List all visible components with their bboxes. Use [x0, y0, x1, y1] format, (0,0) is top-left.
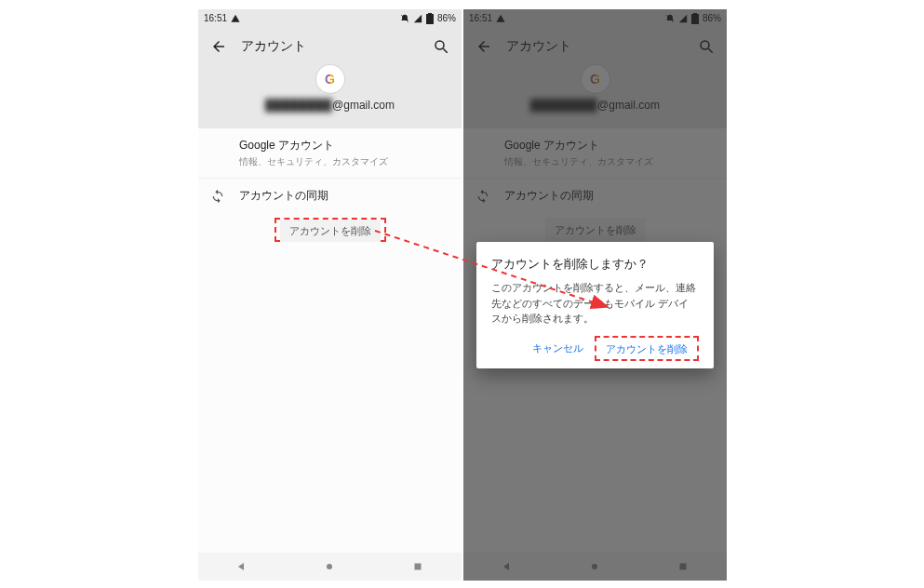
row-google-account[interactable]: Google アカウント 情報、セキュリティ、カスタマイズ: [198, 128, 462, 178]
warning-icon: [231, 14, 240, 23]
battery-icon: [426, 13, 434, 24]
callout-highlight: アカウントを削除: [275, 218, 386, 242]
sync-icon: [209, 188, 226, 205]
row-title: アカウントの同期: [239, 188, 447, 204]
phone-left: 16:51 86%: [198, 9, 462, 581]
row-title: Google アカウント: [239, 138, 447, 154]
status-right: 86%: [400, 13, 456, 24]
row-subtitle: 情報、セキュリティ、カスタマイズ: [239, 155, 447, 168]
account-email-user: ████████: [265, 99, 332, 112]
search-button[interactable]: [430, 35, 452, 58]
settings-list: Google アカウント 情報、セキュリティ、カスタマイズ アカウントの同期 ア…: [198, 128, 462, 553]
svg-rect-7: [414, 564, 421, 570]
svg-point-6: [327, 564, 332, 569]
svg-line-5: [443, 48, 448, 53]
row-account-sync[interactable]: アカウントの同期: [198, 179, 462, 213]
remove-account-row: アカウントを削除: [198, 218, 462, 242]
dialog-cancel-button[interactable]: キャンセル: [527, 336, 589, 361]
remove-account-button[interactable]: アカウントを削除: [280, 220, 381, 242]
google-g-icon: G: [325, 72, 335, 87]
svg-rect-2: [428, 13, 432, 15]
comparison-stage: 16:51 86%: [0, 0, 924, 588]
back-button[interactable]: [208, 35, 230, 58]
confirm-delete-dialog: アカウントを削除しますか？ このアカウントを削除すると、メール、連絡先などのすべ…: [476, 242, 714, 368]
google-logo: G: [316, 65, 344, 93]
nav-home[interactable]: [323, 560, 336, 573]
system-nav-bar: [198, 553, 462, 581]
dialog-title: アカウントを削除しますか？: [491, 257, 699, 273]
app-bar: アカウント: [198, 28, 462, 65]
callout-highlight: アカウントを削除: [595, 336, 699, 361]
header-area: アカウント G ████████@gmail.com: [198, 28, 462, 128]
status-time: 16:51: [204, 14, 227, 23]
battery-text: 86%: [437, 14, 456, 23]
nav-back[interactable]: [235, 560, 248, 573]
status-left: 16:51: [204, 14, 240, 23]
phone-right: 16:51 86%: [463, 9, 727, 581]
page-title: アカウント: [241, 38, 306, 55]
account-hero: G ████████@gmail.com: [198, 65, 462, 112]
account-email: ████████@gmail.com: [265, 99, 395, 112]
dialog-actions: キャンセル アカウントを削除: [491, 336, 699, 361]
dialog-body: このアカウントを削除すると、メール、連絡先などのすべてのデータもモバイル デバイ…: [491, 280, 699, 327]
nav-recents[interactable]: [411, 560, 424, 573]
dnd-icon: [400, 14, 409, 23]
status-bar: 16:51 86%: [198, 9, 462, 28]
signal-icon: [413, 14, 422, 23]
svg-rect-3: [427, 16, 433, 23]
dialog-confirm-button[interactable]: アカウントを削除: [600, 338, 693, 360]
svg-point-4: [435, 41, 444, 49]
account-email-domain: @gmail.com: [332, 99, 395, 112]
